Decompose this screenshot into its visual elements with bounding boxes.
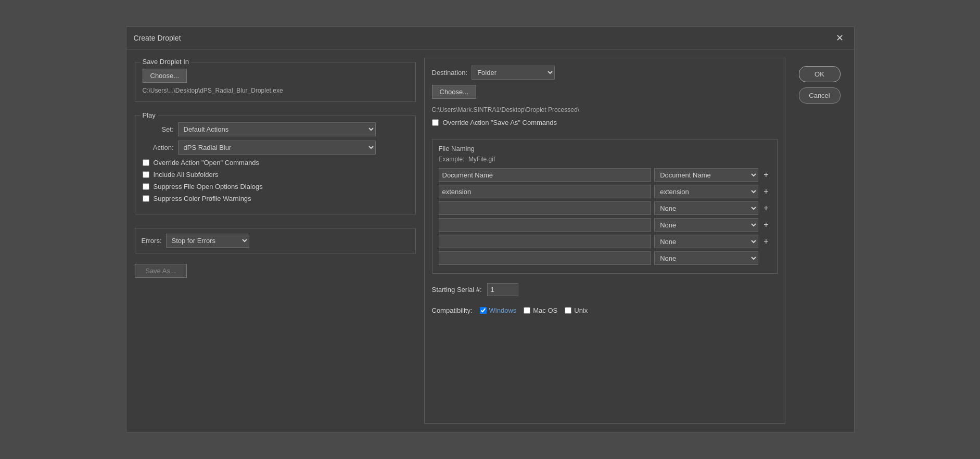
suppress-color-label: Suppress Color Profile Warnings xyxy=(154,195,251,202)
cancel-button[interactable]: Cancel xyxy=(799,87,841,104)
override-open-label: Override Action "Open" Commands xyxy=(154,159,260,167)
suppress-open-label: Suppress File Open Options Dialogs xyxy=(154,183,263,190)
choose-dest-row: Choose... xyxy=(432,85,778,99)
naming-plus-3[interactable]: + xyxy=(761,220,770,230)
naming-plus-0[interactable]: + xyxy=(761,170,770,180)
naming-row-1: extensionExtensionEXTENSIONNone+ xyxy=(439,185,771,198)
destination-label: Destination: xyxy=(432,69,468,76)
left-panel: Save Droplet In Choose... C:\Users\...\D… xyxy=(135,58,416,424)
errors-row: Errors: Stop for ErrorsLog Errors to Fil… xyxy=(135,228,416,253)
title-bar: Create Droplet ✕ xyxy=(126,27,854,49)
windows-compat: Windows xyxy=(480,307,517,314)
play-label: Play xyxy=(141,111,158,119)
include-subfolders-checkbox[interactable] xyxy=(143,171,149,178)
set-select[interactable]: Default ActionsCustom Actions xyxy=(178,122,376,136)
suppress-color-checkbox[interactable] xyxy=(143,195,149,202)
naming-input-2[interactable] xyxy=(439,201,652,215)
override-open-checkbox[interactable] xyxy=(143,159,149,166)
unix-label: Unix xyxy=(574,307,588,314)
macos-label: Mac OS xyxy=(533,307,557,314)
compat-label: Compatibility: xyxy=(432,307,473,314)
naming-row-0: Document Namedocument nameDOCUMENT NAME1… xyxy=(439,168,771,182)
naming-select-2[interactable]: NoneDocument Nameextension1-Digit Serial… xyxy=(654,201,758,215)
include-subfolders-row: Include All Subfolders xyxy=(143,171,408,178)
destination-select[interactable]: NoneSave and CloseFolder xyxy=(472,66,555,80)
override-save-label: Override Action "Save As" Commands xyxy=(443,119,557,126)
play-group: Play Set: Default ActionsCustom Actions … xyxy=(135,116,416,214)
naming-input-4[interactable] xyxy=(439,235,652,248)
save-droplet-path: C:\Users\...\Desktop\dPS_Radial_Blur_Dro… xyxy=(143,87,408,94)
suppress-open-checkbox[interactable] xyxy=(143,183,149,190)
override-save-row: Override Action "Save As" Commands xyxy=(432,119,778,126)
file-naming-title: File Naming xyxy=(439,145,771,152)
naming-plus-4[interactable]: + xyxy=(761,237,770,246)
right-panel: Destination: NoneSave and CloseFolder Ch… xyxy=(424,58,785,424)
override-save-checkbox[interactable] xyxy=(432,119,439,126)
windows-label: Windows xyxy=(489,307,517,314)
dest-choose-button[interactable]: Choose... xyxy=(432,85,477,99)
override-open-row: Override Action "Open" Commands xyxy=(143,159,408,167)
suppress-open-row: Suppress File Open Options Dialogs xyxy=(143,183,408,190)
dialog-body: Save Droplet In Choose... C:\Users\...\D… xyxy=(126,49,854,432)
example-text: Example: MyFile.gif xyxy=(439,156,771,163)
windows-checkbox[interactable] xyxy=(480,307,487,314)
naming-plus-2[interactable]: + xyxy=(761,203,770,213)
naming-input-1[interactable] xyxy=(439,185,652,198)
naming-row-4: NoneDocument Nameextension+ xyxy=(439,235,771,248)
naming-input-5[interactable] xyxy=(439,251,652,265)
serial-input[interactable] xyxy=(487,283,518,296)
save-choose-button[interactable]: Choose... xyxy=(143,69,187,83)
naming-select-0[interactable]: Document Namedocument nameDOCUMENT NAME1… xyxy=(654,168,758,182)
naming-select-5[interactable]: NoneDocument Nameextension xyxy=(654,251,758,265)
save-droplet-label: Save Droplet In xyxy=(141,58,192,66)
naming-select-3[interactable]: NoneDocument Nameextension xyxy=(654,218,758,232)
naming-select-4[interactable]: NoneDocument Nameextension xyxy=(654,235,758,248)
suppress-color-row: Suppress Color Profile Warnings xyxy=(143,195,408,202)
close-button[interactable]: ✕ xyxy=(833,31,847,45)
set-row: Set: Default ActionsCustom Actions xyxy=(143,122,408,136)
action-row: Action: dPS Radial BlurAction 1Action 2 xyxy=(143,141,408,155)
dest-row: Destination: NoneSave and CloseFolder xyxy=(432,66,778,80)
unix-checkbox[interactable] xyxy=(565,307,571,314)
naming-select-1[interactable]: extensionExtensionEXTENSIONNone xyxy=(654,185,758,198)
naming-plus-1[interactable]: + xyxy=(761,187,770,196)
include-subfolders-label: Include All Subfolders xyxy=(154,171,219,178)
dialog-title: Create Droplet xyxy=(134,34,181,42)
ok-button[interactable]: OK xyxy=(799,66,841,82)
naming-row-5: NoneDocument Nameextension+ xyxy=(439,251,771,265)
compat-row: Compatibility: Windows Mac OS Unix xyxy=(432,307,778,314)
save-droplet-group: Save Droplet In Choose... C:\Users\...\D… xyxy=(135,62,416,102)
serial-row: Starting Serial #: xyxy=(432,283,778,296)
errors-select[interactable]: Stop for ErrorsLog Errors to File xyxy=(166,234,249,248)
naming-input-3[interactable] xyxy=(439,218,652,232)
naming-row-2: NoneDocument Nameextension1-Digit Serial… xyxy=(439,201,771,215)
naming-rows-container: Document Namedocument nameDOCUMENT NAME1… xyxy=(439,168,771,265)
example-label: Example: xyxy=(439,156,465,163)
macos-compat: Mac OS xyxy=(524,307,557,314)
save-as-button[interactable]: Save As... xyxy=(135,264,187,278)
macos-checkbox[interactable] xyxy=(524,307,530,314)
unix-compat: Unix xyxy=(565,307,588,314)
action-select[interactable]: dPS Radial BlurAction 1Action 2 xyxy=(178,141,376,155)
dialog-actions: OK Cancel xyxy=(794,58,846,424)
serial-label: Starting Serial #: xyxy=(432,286,482,294)
set-label: Set: xyxy=(143,125,174,133)
example-value: MyFile.gif xyxy=(468,156,495,163)
errors-label: Errors: xyxy=(142,237,162,245)
action-label: Action: xyxy=(143,144,174,151)
file-naming-section: File Naming Example: MyFile.gif Document… xyxy=(432,139,778,274)
naming-row-3: NoneDocument Nameextension+ xyxy=(439,218,771,232)
create-droplet-dialog: Create Droplet ✕ Save Droplet In Choose.… xyxy=(126,27,855,432)
dest-path: C:\Users\Mark.SINTRA1\Desktop\Droplet Pr… xyxy=(432,106,778,113)
naming-input-0[interactable] xyxy=(439,168,652,182)
